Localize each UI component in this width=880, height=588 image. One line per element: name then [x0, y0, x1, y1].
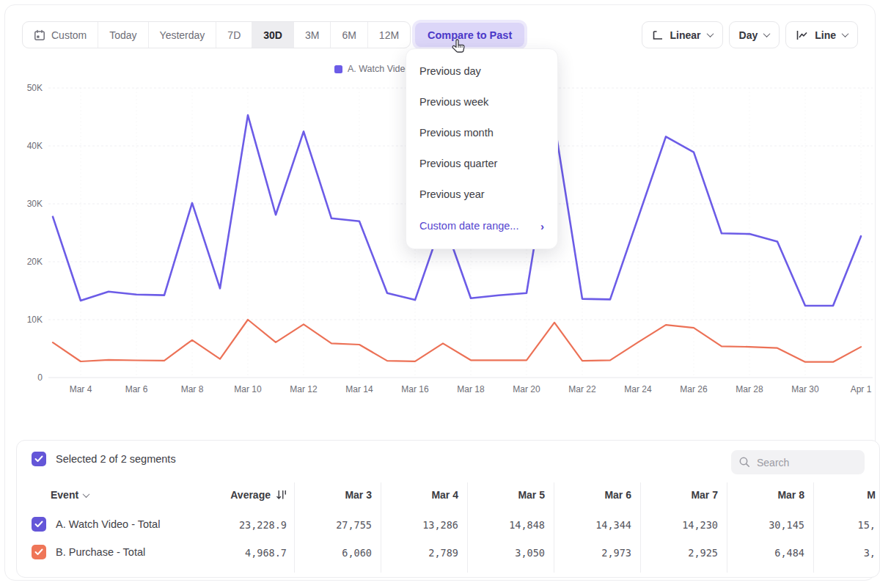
row-label-text: A. Watch Video - Total: [56, 518, 160, 530]
table-row-purchase[interactable]: B. Purchase - Total: [32, 545, 145, 559]
table-cell: 6,484: [774, 547, 804, 559]
x-axis-label: Mar 30: [791, 384, 819, 394]
column-separator: [640, 482, 641, 573]
x-axis-label: Mar 10: [234, 384, 262, 394]
menu-item-previous-quarter[interactable]: Previous quarter: [406, 148, 557, 179]
interval-select-label: Day: [739, 29, 758, 41]
table-cell: 14,848: [509, 519, 545, 531]
search-input[interactable]: [757, 457, 852, 468]
interval-select[interactable]: Day: [729, 21, 780, 48]
legend-swatch: [334, 65, 342, 73]
column-header-label: Event: [51, 489, 78, 501]
menu-item-previous-day[interactable]: Previous day: [406, 56, 557, 87]
column-header-mar-6[interactable]: Mar 6: [604, 489, 631, 501]
x-axis-label: Mar 20: [513, 384, 540, 394]
x-axis-label: Mar 28: [736, 384, 763, 394]
table-cell: 3,: [864, 547, 876, 559]
x-axis-label: Mar 16: [401, 384, 429, 394]
series-line-b-purchase[interactable]: [53, 320, 861, 362]
menu-item-custom-date-range[interactable]: Custom date range...›: [406, 210, 557, 242]
column-header-average[interactable]: Average: [230, 489, 287, 501]
column-header-label: Mar 3: [345, 489, 372, 501]
table-cell: 23,228.9: [239, 519, 287, 531]
column-header-label: M: [867, 489, 876, 501]
column-header-mar-7[interactable]: Mar 7: [691, 489, 718, 501]
x-axis-label: Mar 18: [457, 384, 485, 394]
column-header-event[interactable]: Event: [51, 489, 89, 501]
legend-item-watch-video[interactable]: A. Watch Video: [334, 64, 410, 74]
x-axis-label: Mar 12: [290, 384, 318, 394]
row-checkbox[interactable]: [32, 517, 46, 532]
table-cell: 14,230: [682, 519, 718, 531]
menu-item-previous-week[interactable]: Previous week: [406, 87, 557, 117]
table-cell: 4,968.7: [245, 547, 287, 559]
chart-controls: Linear Day Line: [642, 21, 858, 48]
menu-item-label: Custom date range...: [419, 220, 518, 232]
line-chart-icon: [796, 29, 808, 41]
chevron-down-icon: [706, 30, 714, 37]
column-separator: [381, 482, 381, 573]
table-cell: 15,: [858, 519, 876, 531]
menu-item-previous-month[interactable]: Previous month: [406, 117, 557, 148]
column-header-mar-8[interactable]: Mar 8: [777, 489, 804, 501]
selected-segments-label: Selected 2 of 2 segments: [56, 453, 176, 465]
y-axis-label: 10K: [27, 315, 43, 325]
x-axis-label: Mar 24: [624, 384, 652, 394]
column-header-label: Mar 4: [431, 489, 458, 501]
table-cell: 3,050: [515, 547, 545, 559]
column-header-mar-5[interactable]: Mar 5: [518, 489, 545, 501]
table-cell: 13,286: [422, 519, 458, 531]
column-separator: [467, 482, 468, 573]
chevron-right-icon: ›: [540, 220, 544, 232]
search-icon: [738, 456, 751, 468]
table-cell: 2,973: [601, 547, 631, 559]
column-separator: [554, 482, 554, 573]
y-axis-label: 40K: [27, 141, 43, 151]
sort-descending-icon: [276, 490, 287, 500]
select-all-checkbox[interactable]: [32, 452, 46, 466]
column-separator: [727, 482, 727, 573]
table-cell: 27,755: [336, 519, 372, 531]
check-icon: [34, 548, 43, 556]
chevron-down-icon: [83, 490, 90, 498]
table-cell: 2,789: [428, 547, 458, 559]
menu-item-previous-year[interactable]: Previous year: [406, 179, 557, 210]
segments-table-card: Selected 2 of 2 segments EventAverageMar…: [16, 440, 880, 578]
row-checkbox[interactable]: [32, 545, 46, 559]
x-axis-label: Mar 22: [568, 384, 596, 394]
y-axis-label: 20K: [27, 257, 43, 267]
check-icon: [34, 521, 43, 528]
column-header-mar-3[interactable]: Mar 3: [345, 489, 372, 501]
row-label-text: B. Purchase - Total: [56, 546, 145, 558]
x-axis-label: Mar 26: [680, 384, 708, 394]
compare-to-past-button[interactable]: Compare to Past: [415, 23, 524, 47]
legend-label: A. Watch Video: [348, 64, 410, 74]
table-cell: 6,060: [342, 547, 372, 559]
column-header-label: Mar 7: [691, 489, 718, 501]
column-header-label: Average: [230, 489, 271, 501]
search-box[interactable]: [731, 450, 865, 474]
table-row-watch-video[interactable]: A. Watch Video - Total: [32, 517, 160, 532]
column-header-m[interactable]: M: [867, 489, 876, 501]
chart-type-select-label: Line: [815, 29, 836, 41]
scale-select-label: Linear: [670, 29, 701, 41]
table-cell: 2,925: [688, 547, 718, 559]
compare-to-past-menu: Previous dayPrevious weekPrevious monthP…: [406, 48, 558, 249]
column-separator: [294, 482, 295, 573]
check-icon: [34, 455, 43, 463]
axis-linear-icon: [652, 29, 664, 41]
chevron-down-icon: [763, 30, 771, 37]
column-header-label: Mar 6: [604, 489, 631, 501]
x-axis-label: Apr 1: [851, 384, 872, 394]
column-header-label: Mar 5: [518, 489, 545, 501]
y-axis-label: 30K: [27, 199, 43, 209]
x-axis-label: Mar 8: [181, 384, 204, 394]
column-header-mar-4[interactable]: Mar 4: [431, 489, 458, 501]
scale-select[interactable]: Linear: [642, 21, 723, 48]
table-cell: 30,145: [769, 519, 804, 531]
chart-type-select[interactable]: Line: [785, 21, 858, 48]
y-axis-label: 50K: [27, 83, 43, 93]
y-axis-label: 0: [37, 372, 43, 383]
column-header-label: Mar 8: [777, 489, 804, 501]
chevron-down-icon: [842, 30, 849, 37]
